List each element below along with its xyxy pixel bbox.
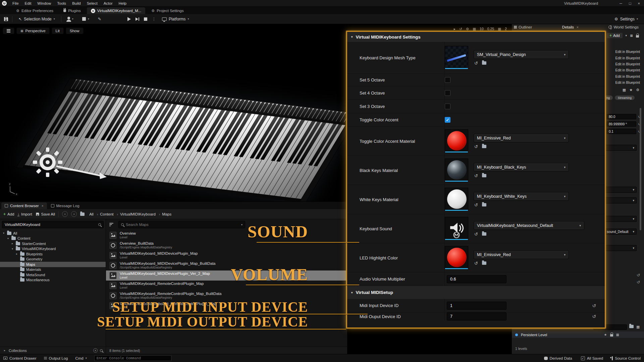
close-button[interactable]: × (638, 1, 640, 5)
material-dropdown[interactable]: MI_Emissive_Red▾ (474, 250, 569, 259)
add-collection-icon[interactable]: + (93, 348, 98, 353)
midi-output-id-field[interactable]: 7 (447, 312, 506, 320)
expand-caret[interactable]: ▸ (3, 349, 6, 352)
expand-caret[interactable]: ▸ (15, 252, 18, 255)
expand-caret[interactable]: ▸ (11, 242, 14, 245)
browse-to-asset-icon[interactable] (482, 61, 486, 65)
tab-message-log[interactable]: Message Log (48, 202, 83, 209)
frame-skip-button[interactable] (136, 17, 139, 21)
checkbox[interactable] (445, 77, 450, 83)
edit-in-blueprint-link[interactable]: Edit in Blueprint (615, 67, 640, 73)
unreal-logo-icon[interactable]: U (2, 1, 7, 6)
menu-item[interactable]: File (9, 1, 22, 6)
lit-dropdown[interactable]: Lit (52, 27, 64, 34)
use-selected-icon[interactable]: ↺ (474, 61, 478, 65)
maximize-button[interactable]: □ (629, 1, 631, 5)
close-icon[interactable]: × (577, 25, 579, 29)
add-button[interactable]: +Add (607, 33, 623, 38)
menu-item[interactable]: Window (34, 1, 54, 6)
folder-tree-item[interactable]: Maps (0, 262, 106, 267)
folder-tree-item[interactable]: ▾ Content (0, 236, 106, 241)
material-thumbnail[interactable] (445, 246, 468, 269)
asset-search-input[interactable] (126, 223, 239, 227)
viewport-menu-button[interactable] (3, 27, 14, 34)
asset-list-item[interactable]: VirtualMIDISecondKeyboard_RemoteControlP… (106, 301, 347, 311)
mesh-dropdown[interactable]: SM_Virtual_Piano_Design▾ (474, 50, 569, 59)
asset-list-item[interactable]: Overview_BuiltData /Script/Engine.MapBui… (106, 240, 347, 250)
sound-dropdown[interactable]: VirtualMidiKeyboard_Metasound_Default▾ (474, 221, 584, 230)
browse-to-asset-icon[interactable] (482, 232, 486, 236)
breadcrumb-segment[interactable]: Maps (158, 212, 173, 217)
asset-list-item[interactable]: VirtualMIDIKeyboard_MIDIDevicePlugin_Map… (106, 250, 347, 260)
folder-tree-item[interactable]: Geometry (0, 257, 106, 262)
reset-icon[interactable]: ↺ (637, 280, 640, 285)
material-dropdown[interactable]: MI_Emissive_Red▾ (474, 134, 569, 142)
back-button[interactable]: ‹ (62, 211, 68, 217)
tab-outliner[interactable]: Outliner (514, 25, 532, 29)
material-dropdown[interactable]: MI_Keyboard_White_Keys▾ (474, 192, 569, 201)
expand-caret[interactable]: ▾ (2, 232, 5, 235)
folder-tree-item[interactable]: Materials (0, 267, 106, 273)
checkbox[interactable] (445, 117, 450, 123)
reset-icon[interactable]: ↺ (637, 273, 640, 278)
cinematics-button[interactable]: ✎ (95, 16, 104, 22)
folder-tree-item[interactable]: ▾ VirtualMIDIKeyboard (0, 246, 106, 252)
asset-list-item[interactable]: VirtualMIDIKeyboard_RemoteControlPlugin_… (106, 291, 347, 301)
folder-tree-item[interactable]: MetaSound (0, 272, 106, 278)
gear-icon[interactable]: ⚙ (636, 88, 639, 92)
use-selected-icon[interactable]: ↺ (474, 232, 478, 236)
selection-mode-dropdown[interactable]: ↖ Selection Mode ▾ (16, 16, 58, 22)
doc-tab[interactable]: ⚙ U VirtualMIDIKeyboard_M... (87, 7, 145, 14)
asset-list-item[interactable]: VirtualMIDIKeyboard_MIDIDevicePlugin_Map… (106, 260, 347, 270)
use-selected-icon[interactable]: ↺ (474, 174, 478, 178)
console-command-input[interactable] (94, 355, 171, 361)
grid-icon[interactable]: ▦ (630, 34, 633, 37)
breadcrumb-segment[interactable]: Content (96, 212, 115, 217)
tab-world-settings[interactable]: World Settings (608, 25, 639, 29)
doc-tab[interactable]: ⚙ U Editor Preferences (12, 7, 57, 14)
folder-icon[interactable] (629, 325, 634, 328)
browse-to-asset-icon[interactable] (482, 261, 486, 265)
minimize-button[interactable]: ─ (620, 1, 622, 5)
sources-search[interactable] (2, 221, 104, 228)
save-all-button[interactable]: Save All (36, 212, 55, 216)
star-icon[interactable]: ★ (629, 88, 633, 92)
menu-item[interactable]: Edit (22, 1, 35, 6)
grid-icon[interactable]: ▦ (623, 88, 626, 92)
search-icon[interactable] (100, 349, 103, 352)
edit-in-blueprint-link[interactable]: Edit in Blueprint (615, 61, 640, 67)
volume-input[interactable]: 0.6 (447, 275, 506, 283)
asset-list-item[interactable]: Overview Level (106, 230, 347, 240)
chevron-down-icon[interactable]: ▾ (626, 34, 627, 37)
import-button[interactable]: ↓Import (17, 212, 32, 216)
asset-list-item[interactable]: VirtualMIDIKeyboard_MIDIDevicePlugin_Ver… (106, 270, 347, 281)
use-selected-icon[interactable]: ↺ (474, 261, 478, 265)
play-options-icon[interactable]: ⋮ (152, 17, 156, 21)
source-control-button[interactable]: Source Control (612, 356, 641, 360)
cmd-dropdown[interactable]: Cmd ▾ (75, 356, 87, 360)
use-selected-icon[interactable]: ↺ (474, 203, 478, 207)
play-button[interactable] (127, 17, 131, 21)
folder-tree-item[interactable]: ▸ StarterContent (0, 241, 106, 246)
folder-tree-item[interactable]: Miscellaneous (0, 278, 106, 283)
material-thumbnail[interactable] (445, 188, 468, 211)
grid-icon[interactable]: ▦ (616, 333, 619, 337)
sound-thumbnail[interactable] (445, 217, 468, 240)
doc-tab[interactable]: ⚙ U Plugins (59, 7, 85, 14)
mesh-thumbnail[interactable] (445, 46, 468, 69)
use-selected-icon[interactable]: ↺ (474, 144, 478, 149)
section-header[interactable]: ▾ Virtual MIDISetup (347, 286, 605, 299)
tab-details[interactable]: Details× (562, 25, 579, 29)
save-icon[interactable] (3, 16, 9, 22)
doc-tab[interactable]: ⚙ U Project Settings (147, 7, 187, 14)
blueprints-dropdown[interactable]: ▾ (79, 16, 92, 22)
breadcrumb-segment[interactable]: All (88, 212, 95, 217)
settings-dropdown[interactable]: ⚙ Settings ▾ (612, 16, 641, 22)
material-thumbnail[interactable] (445, 159, 468, 182)
lock-icon[interactable] (610, 334, 613, 337)
numeric-field[interactable]: 89.999999 ° (607, 121, 636, 127)
filter-icon[interactable] (109, 223, 113, 226)
folder-tree-item[interactable]: ▸ Blueprints (0, 251, 106, 257)
menu-item[interactable]: Help (116, 1, 130, 6)
close-icon[interactable]: × (42, 204, 44, 208)
